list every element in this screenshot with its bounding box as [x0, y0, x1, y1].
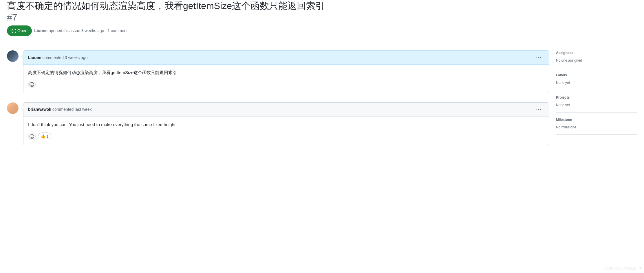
comment-time: last week [75, 107, 92, 112]
sidebar-milestone[interactable]: Milestone No milestone [556, 112, 637, 135]
svg-point-0 [31, 84, 32, 84]
comment-header-text: brianwawok commented last week [28, 106, 92, 112]
sidebar-title: Assignees [556, 50, 637, 56]
comment-menu-button[interactable]: ··· [534, 53, 544, 62]
issue-title: 高度不确定的情况如何动态渲染高度，我看getItemSize这个函数只能返回索引… [7, 0, 637, 23]
avatar[interactable] [7, 102, 19, 114]
issue-meta-comments: 1 comment [107, 28, 127, 33]
comment-footer: 👍 1 [23, 132, 549, 145]
issue-header: 高度不确定的情况如何动态渲染高度，我看getItemSize这个函数只能返回索引… [7, 0, 637, 43]
issue-number: #7 [7, 12, 17, 23]
comment-box: Liuone commented 3 weeks ago ··· 高度不确定的情… [23, 50, 549, 93]
sidebar: Assignees No one assigned Labels None ye… [556, 50, 637, 154]
svg-point-2 [31, 136, 32, 136]
sidebar-title: Labels [556, 73, 637, 78]
issue-open-icon [12, 29, 16, 33]
thumbsup-icon: 👍 [41, 133, 45, 139]
comment-body: I don't think you can. You just need to … [23, 117, 549, 133]
timeline-item: Liuone commented 3 weeks ago ··· 高度不确定的情… [7, 50, 549, 93]
comment-header: brianwawok commented last week ··· [23, 103, 549, 117]
issue-title-text: 高度不确定的情况如何动态渲染高度，我看getItemSize这个函数只能返回索引 [7, 1, 325, 11]
comment-action: commented [52, 107, 74, 112]
reaction-count: 1 [47, 134, 49, 139]
sidebar-value: None yet [556, 102, 637, 108]
sidebar-value: No one assigned [556, 58, 637, 63]
reaction-thumbsup[interactable]: 👍 1 [38, 132, 51, 140]
comment-action: commented [43, 55, 64, 60]
avatar[interactable] [7, 50, 19, 62]
comment-header-text: Liuone commented 3 weeks ago [28, 55, 87, 61]
comment-time: 3 weeks ago [65, 55, 88, 60]
comment-author-link[interactable]: Liuone [28, 55, 41, 60]
sidebar-value: None yet [556, 80, 637, 85]
sidebar-assignees[interactable]: Assignees No one assigned [556, 50, 637, 68]
issue-meta-action: opened this issue [49, 28, 80, 33]
issue-author-link[interactable]: Liuone [34, 28, 47, 33]
comment-box: brianwawok commented last week ··· I don… [23, 102, 549, 145]
sidebar-projects[interactable]: Projects None yet [556, 90, 637, 112]
comment-author-link[interactable]: brianwawok [28, 107, 51, 112]
sidebar-title: Projects [556, 95, 637, 100]
svg-point-3 [32, 136, 33, 136]
issue-meta-time: 3 weeks ago [81, 28, 104, 33]
sidebar-title: Milestone [556, 117, 637, 122]
smiley-icon [30, 134, 34, 139]
smiley-icon [30, 82, 34, 87]
sidebar-labels[interactable]: Labels None yet [556, 68, 637, 90]
comment-body: 高度不确定的情况如何动态渲染高度，我看getItemSize这个函数只能返回索引 [23, 65, 549, 81]
comment-menu-button[interactable]: ··· [534, 105, 544, 114]
issue-meta-line: Liuone opened this issue 3 weeks ago · 1… [34, 28, 127, 34]
issue-meta-separator: · [105, 28, 107, 33]
sidebar-value: No milestone [556, 125, 637, 130]
comment-footer [23, 81, 549, 93]
svg-point-1 [32, 84, 33, 84]
timeline-item: brianwawok commented last week ··· I don… [7, 102, 549, 145]
comment-header: Liuone commented 3 weeks ago ··· [23, 51, 549, 65]
status-badge-open: Open [7, 25, 32, 36]
add-reaction-button[interactable] [28, 81, 36, 88]
add-reaction-button[interactable] [28, 133, 36, 140]
timeline: Liuone commented 3 weeks ago ··· 高度不确定的情… [7, 50, 549, 154]
issue-meta: Open Liuone opened this issue 3 weeks ag… [7, 25, 637, 41]
status-label: Open [17, 28, 27, 34]
